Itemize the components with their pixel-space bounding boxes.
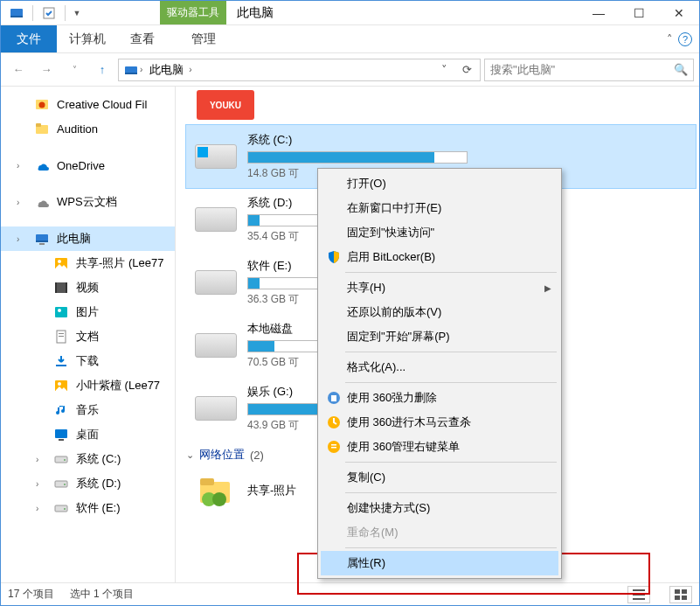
ribbon-collapse-icon[interactable]: ˄ bbox=[667, 32, 673, 45]
navigation-bar: ← → ˅ ↑ › 此电脑› ˅ ⟳ 搜索"此电脑" 🔍 bbox=[1, 53, 699, 87]
youku-folder-icon[interactable]: YOUKU bbox=[197, 90, 254, 120]
svg-rect-29 bbox=[55, 481, 67, 487]
svg-point-6 bbox=[39, 102, 45, 108]
svg-point-30 bbox=[64, 484, 66, 485]
search-input[interactable]: 搜索"此电脑" 🔍 bbox=[484, 59, 694, 81]
tab-computer[interactable]: 计算机 bbox=[57, 25, 118, 52]
sidebar-item[interactable]: ›视频 bbox=[1, 275, 175, 300]
nav-recent-dropdown[interactable]: ˅ bbox=[62, 58, 87, 82]
svg-rect-27 bbox=[55, 456, 67, 463]
search-icon[interactable]: 🔍 bbox=[674, 63, 688, 76]
sidebar-item[interactable]: ›音乐 bbox=[1, 398, 175, 422]
context-menu-item[interactable]: 共享(H)▶ bbox=[321, 275, 558, 300]
context-menu-item[interactable]: 固定到"开始"屏幕(P) bbox=[321, 324, 558, 349]
svg-rect-16 bbox=[66, 282, 67, 293]
svg-rect-15 bbox=[55, 282, 57, 293]
context-menu-label: 共享(H) bbox=[347, 280, 385, 296]
drive-icon bbox=[193, 265, 239, 300]
nav-up[interactable]: ↑ bbox=[90, 58, 114, 82]
folder-icon bbox=[34, 121, 50, 136]
minimize-button[interactable]: ― bbox=[579, 1, 619, 24]
sidebar-item[interactable]: ›共享-照片 (Lee77 bbox=[1, 251, 175, 275]
expand-chevron-icon[interactable]: › bbox=[17, 234, 27, 244]
expand-chevron-icon[interactable]: › bbox=[36, 455, 46, 464]
chevron-down-icon: ⌄ bbox=[186, 449, 194, 461]
sidebar-item[interactable]: ›文档 bbox=[1, 324, 175, 349]
app-icon[interactable] bbox=[4, 3, 29, 24]
refresh-icon[interactable]: ⟳ bbox=[455, 59, 478, 80]
search-placeholder: 搜索"此电脑" bbox=[490, 62, 674, 78]
breadcrumb-thispc[interactable]: 此电脑 bbox=[149, 62, 184, 78]
view-thumbnails-button[interactable] bbox=[669, 586, 692, 603]
sidebar-item[interactable]: ›系统 (C:) bbox=[1, 447, 175, 471]
svg-rect-11 bbox=[39, 243, 45, 245]
address-bar[interactable]: › 此电脑› ˅ ⟳ bbox=[118, 59, 481, 81]
sidebar-item[interactable]: ›小叶紫檀 (Lee77 bbox=[1, 373, 175, 398]
360-scan-icon bbox=[326, 414, 342, 430]
photos-icon bbox=[53, 378, 69, 394]
sidebar-item-label: 下载 bbox=[76, 353, 99, 369]
sidebar-item-label: 共享-照片 (Lee77 bbox=[76, 255, 163, 271]
drive-icon bbox=[193, 139, 239, 174]
context-menu-item[interactable]: 固定到"快速访问" bbox=[321, 220, 558, 245]
sidebar-item-label: OneDrive bbox=[57, 159, 105, 172]
expand-chevron-icon[interactable]: › bbox=[36, 479, 46, 489]
expand-chevron-icon[interactable]: › bbox=[36, 504, 46, 513]
context-menu-label: 使用 360进行木马云查杀 bbox=[347, 414, 471, 430]
svg-rect-43 bbox=[682, 596, 687, 600]
svg-rect-8 bbox=[36, 123, 41, 127]
tab-manage[interactable]: 管理 bbox=[179, 25, 228, 52]
sidebar-item[interactable]: ›Creative Cloud Fil bbox=[1, 92, 175, 116]
context-menu-item[interactable]: 在新窗口中打开(E) bbox=[321, 196, 558, 220]
context-menu-item[interactable]: 启用 BitLocker(B) bbox=[321, 245, 558, 269]
context-menu-label: 复制(C) bbox=[347, 470, 385, 485]
qat-dropdown[interactable]: ▼ bbox=[69, 3, 85, 24]
sidebar-item[interactable]: ›此电脑 bbox=[1, 226, 175, 251]
context-menu-item[interactable]: 格式化(A)... bbox=[321, 355, 558, 380]
sidebar-item[interactable]: ›OneDrive bbox=[1, 153, 175, 178]
context-menu-item[interactable]: 还原以前的版本(V) bbox=[321, 300, 558, 324]
address-history-dropdown[interactable]: ˅ bbox=[433, 59, 455, 80]
properties-qat-icon[interactable] bbox=[37, 3, 61, 24]
context-menu-item[interactable]: 属性(R) bbox=[321, 551, 558, 575]
sidebar-item[interactable]: ›Audition bbox=[1, 116, 175, 141]
maximize-button[interactable]: ☐ bbox=[619, 1, 659, 24]
context-menu-item[interactable]: 打开(O) bbox=[321, 171, 558, 196]
context-menu-item[interactable]: 创建快捷方式(S) bbox=[321, 496, 558, 520]
context-menu-item[interactable]: 复制(C) bbox=[321, 465, 558, 490]
360-del-icon bbox=[326, 390, 342, 406]
help-icon[interactable]: ? bbox=[678, 32, 692, 46]
sidebar-item[interactable]: ›桌面 bbox=[1, 422, 175, 447]
drive-icon bbox=[193, 202, 239, 237]
address-root-icon[interactable]: › bbox=[121, 63, 146, 77]
svg-point-13 bbox=[58, 260, 61, 263]
view-details-button[interactable] bbox=[627, 586, 650, 603]
navigation-pane: ›Creative Cloud Fil›Audition›OneDrive›WP… bbox=[1, 87, 176, 582]
submenu-arrow-icon: ▶ bbox=[544, 283, 551, 293]
sidebar-item-label: 小叶紫檀 (Lee77 bbox=[76, 378, 160, 394]
svg-rect-40 bbox=[675, 589, 680, 594]
onedrive-icon bbox=[34, 157, 50, 173]
window-title: 此电脑 bbox=[226, 1, 579, 24]
svg-rect-14 bbox=[55, 282, 67, 293]
sidebar-item-label: Audition bbox=[57, 122, 98, 136]
tab-file[interactable]: 文件 bbox=[1, 25, 57, 52]
sidebar-item[interactable]: ›图片 bbox=[1, 300, 175, 324]
wps-icon bbox=[34, 194, 50, 210]
sidebar-item-label: 软件 (E:) bbox=[76, 500, 121, 516]
expand-chevron-icon[interactable]: › bbox=[17, 161, 27, 171]
context-menu-item[interactable]: 使用 360管理右键菜单 bbox=[321, 435, 558, 459]
svg-rect-48 bbox=[331, 444, 336, 446]
tab-view[interactable]: 查看 bbox=[118, 25, 167, 52]
expand-chevron-icon[interactable]: › bbox=[17, 198, 27, 207]
sidebar-item[interactable]: ›WPS云文档 bbox=[1, 190, 175, 214]
svg-rect-37 bbox=[633, 589, 645, 591]
nav-forward[interactable]: → bbox=[34, 58, 59, 82]
nav-back[interactable]: ← bbox=[6, 58, 31, 82]
sidebar-item[interactable]: ›系统 (D:) bbox=[1, 471, 175, 496]
close-button[interactable]: ✕ bbox=[659, 1, 699, 24]
sidebar-item[interactable]: ›软件 (E:) bbox=[1, 496, 175, 520]
sidebar-item[interactable]: ›下载 bbox=[1, 349, 175, 373]
context-menu-item[interactable]: 使用 360进行木马云查杀 bbox=[321, 410, 558, 435]
context-menu-item[interactable]: 使用 360强力删除 bbox=[321, 386, 558, 410]
